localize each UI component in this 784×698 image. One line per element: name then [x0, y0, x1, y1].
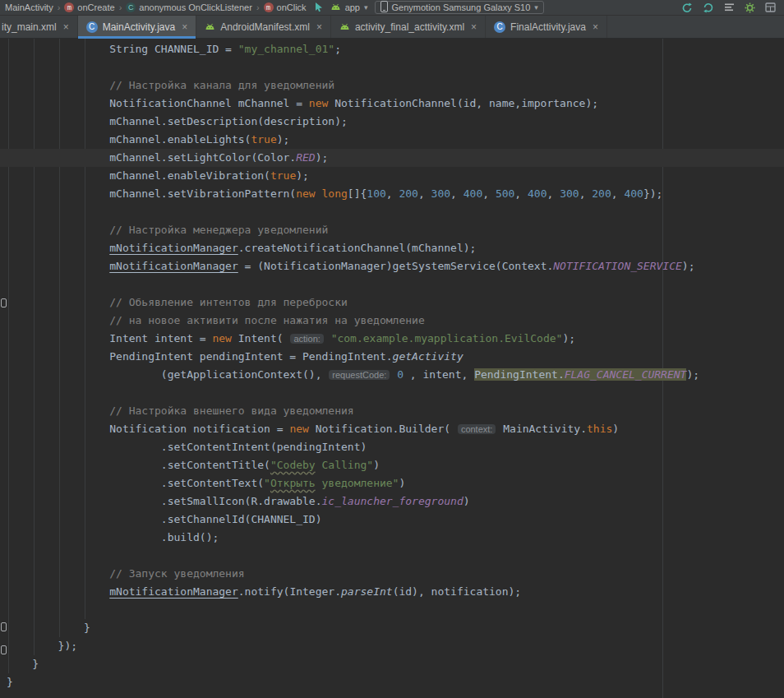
code-line[interactable]: mChannel.setLightColor(Color.RED);	[0, 149, 784, 167]
code-line[interactable]: }	[0, 673, 784, 691]
code-line[interactable]: .setChannelId(CHANNEL_ID)	[0, 511, 784, 529]
code-line[interactable]: PendingIntent pendingIntent = PendingInt…	[0, 348, 784, 366]
code-line[interactable]: String CHANNEL_ID = "my_channel_01";	[0, 40, 784, 58]
code-line[interactable]	[0, 601, 784, 619]
code-editor[interactable]: String CHANNEL_ID = "my_channel_01"; // …	[0, 39, 784, 698]
code-line[interactable]: .build();	[0, 529, 784, 547]
apply-changes-icon[interactable]	[681, 2, 693, 13]
android-icon	[330, 2, 341, 12]
sdk-manager-icon[interactable]	[745, 2, 755, 13]
tab-label: FinalActtivity.java	[510, 21, 586, 33]
code-line[interactable]: mNotificationManager.notify(Integer.pars…	[0, 583, 784, 601]
gutter-icon	[1, 645, 7, 654]
chevron-down-icon: ▾	[534, 3, 538, 12]
device-manager-icon[interactable]	[765, 2, 776, 12]
code-line[interactable]: // Настройка внешнего вида уведомления	[0, 402, 784, 420]
android-file-icon	[339, 23, 350, 30]
code-line[interactable]: mChannel.setVibrationPattern(new long[]{…	[0, 185, 784, 203]
tab-label: AndroidManifest.xml	[220, 21, 310, 33]
code-line[interactable]: // Настройка канала для уведомлений	[0, 76, 784, 95]
breadcrumb-separator: ›	[256, 2, 260, 12]
code-line[interactable]: mNotificationManager.createNotificationC…	[0, 239, 784, 257]
code-line[interactable]: Intent intent = new Intent( action: "com…	[0, 330, 784, 348]
code-line[interactable]: mChannel.setDescription(description);	[0, 113, 784, 131]
breadcrumb-label: anonymous OnClickListener	[139, 2, 252, 12]
tab-close-icon[interactable]: ×	[182, 21, 187, 33]
tab-close-icon[interactable]: ×	[593, 21, 598, 33]
java-class-icon: C	[494, 21, 505, 33]
code-line[interactable]: // Настройка менеджера уведомлений	[0, 221, 784, 239]
run-configuration-selector[interactable]: app ▾	[330, 2, 368, 12]
code-line[interactable]	[0, 58, 784, 76]
android-file-icon	[205, 23, 215, 30]
gutter-icon	[1, 622, 7, 631]
breadcrumb: MainActivity›monCreate›Canonymous OnClic…	[5, 2, 307, 12]
breadcrumb-item[interactable]: monClick	[264, 2, 307, 12]
code-line[interactable]: // Запуск уведомления	[0, 565, 784, 583]
code-line[interactable]: .setSmallIcon(R.drawable.ic_launcher_for…	[0, 492, 784, 511]
tab-label: MainActivity.java	[103, 21, 175, 33]
run-to-cursor-icon	[313, 2, 324, 12]
breadcrumb-item[interactable]: MainActivity	[5, 2, 53, 12]
phone-icon	[380, 1, 388, 14]
tab-label: ity_main.xml	[2, 21, 57, 33]
code-line[interactable]: .setContentTitle("Codeby Calling")	[0, 456, 784, 474]
code-line[interactable]: (getApplicationContext(), requestCode: 0…	[0, 366, 784, 384]
method-icon: m	[64, 2, 74, 12]
code-line[interactable]: mChannel.enableLights(true);	[0, 131, 784, 149]
code-line[interactable]: .setContentText("Открыть уведомление")	[0, 474, 784, 492]
code-line[interactable]: }	[0, 619, 784, 637]
parameter-hint: requestCode:	[329, 370, 390, 380]
navigation-bar: MainActivity›monCreate›Canonymous OnClic…	[0, 0, 784, 16]
code-line[interactable]	[0, 203, 784, 221]
breadcrumb-label: MainActivity	[5, 2, 53, 12]
code-line[interactable]: Notification notification = new Notifica…	[0, 420, 784, 438]
code-line[interactable]: });	[0, 637, 784, 655]
tab-FinalActtivity.java[interactable]: CFinalActtivity.java×	[486, 16, 607, 38]
device-selector-label: Genymotion Samsung Galaxy S10	[392, 2, 531, 12]
tab-close-icon[interactable]: ×	[316, 21, 322, 33]
parameter-hint: action:	[290, 334, 323, 344]
code-line[interactable]	[0, 384, 784, 402]
code-line[interactable]	[0, 547, 784, 565]
code-line[interactable]: .setContentIntent(pendingIntent)	[0, 438, 784, 456]
anonymous-class-icon: C	[126, 2, 136, 12]
breadcrumb-label: onClick	[277, 2, 307, 12]
apply-code-changes-icon[interactable]	[703, 2, 714, 13]
tab-MainActivity.java[interactable]: CMainActivity.java×	[78, 16, 197, 38]
breadcrumb-item[interactable]: Canonymous OnClickListener	[126, 2, 252, 12]
code-line[interactable]: mNotificationManager = (NotificationMana…	[0, 257, 784, 275]
tab-AndroidManifest.xml[interactable]: AndroidManifest.xml×	[196, 16, 331, 38]
tab-activity_final_acttivity.xml[interactable]: activity_final_acttivity.xml×	[331, 16, 486, 38]
parameter-hint: context:	[458, 424, 496, 434]
tab-close-icon[interactable]: ×	[63, 21, 69, 33]
breadcrumb-label: onCreate	[77, 2, 114, 12]
chevron-down-icon: ▾	[364, 3, 368, 12]
method-icon: m	[264, 2, 274, 12]
run-to-cursor-button[interactable]	[313, 2, 324, 14]
gutter-icon	[1, 298, 7, 307]
editor-tabs: ity_main.xml×CMainActivity.java×AndroidM…	[0, 16, 784, 39]
toolbar-actions	[681, 2, 779, 13]
code-line[interactable]: }	[0, 655, 784, 673]
code-line[interactable]: // Обьявление интентов для переброски	[0, 294, 784, 312]
code-line[interactable]: NotificationChannel mChannel = new Notif…	[0, 95, 784, 113]
breadcrumb-item[interactable]: monCreate	[64, 2, 114, 12]
code-line[interactable]: // на новое активити после нажатия на ув…	[0, 312, 784, 330]
device-selector[interactable]: Genymotion Samsung Galaxy S10 ▾	[375, 1, 544, 14]
tab-ity_main.xml[interactable]: ity_main.xml×	[0, 16, 78, 38]
breadcrumb-separator: ›	[119, 2, 122, 12]
tab-label: activity_final_acttivity.xml	[355, 21, 464, 33]
tab-close-icon[interactable]: ×	[471, 21, 477, 33]
phone-icon	[380, 1, 388, 12]
java-class-icon: C	[86, 21, 98, 33]
breadcrumb-separator: ›	[58, 2, 61, 12]
run-configuration-label: app	[345, 2, 360, 12]
code-line[interactable]: mChannel.enableVibration(true);	[0, 167, 784, 185]
code-line[interactable]	[0, 275, 784, 294]
profiler-icon[interactable]	[724, 2, 735, 12]
android-icon	[330, 3, 341, 11]
